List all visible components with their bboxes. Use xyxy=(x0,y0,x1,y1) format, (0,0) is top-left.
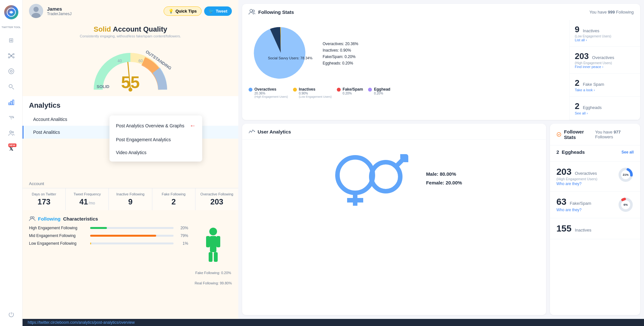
tweet-button[interactable]: 🐦 Tweet xyxy=(204,6,232,16)
sidebar-item-filter[interactable] xyxy=(5,111,18,124)
fsr-link-overactives[interactable]: Who are they? xyxy=(556,182,611,186)
char-bars: High Engagement Following 20% Mid Engage… xyxy=(29,226,188,285)
svg-point-44 xyxy=(252,10,254,12)
quality-subtitle: Consistently engaging, without/less fake… xyxy=(32,34,229,38)
follower-stat-overactives: 203 Overactives (High Engagement Users) … xyxy=(550,162,640,192)
female-label: Female: 20.00% xyxy=(426,180,462,185)
fs-stat-link-overactives[interactable]: Find inner peace › xyxy=(575,65,635,69)
fsr-left-inactives: 155 Inactives xyxy=(556,223,634,234)
svg-point-2 xyxy=(8,54,10,55)
sidebar: TWITTER TOOL ⊞ 𝕏 xyxy=(0,0,23,326)
top-buttons: 💡 Quick Tips 🐦 Tweet xyxy=(164,6,232,16)
char-pct-high: 20% xyxy=(177,226,188,230)
char-bar-bg-mid xyxy=(90,235,174,237)
gender-icons-svg xyxy=(326,146,416,211)
fsr-label-inactives: Inactives xyxy=(575,228,591,232)
fs-stat-link-fake[interactable]: Take a look › xyxy=(575,88,635,92)
sidebar-item-people[interactable] xyxy=(5,127,18,140)
legend-label-inactives: Inactives xyxy=(299,87,332,92)
sidebar-item-analytics[interactable] xyxy=(5,96,18,109)
dropdown-item-video[interactable]: Video Analytics xyxy=(109,146,202,159)
arrow-icon: ← xyxy=(189,122,196,129)
fsr-number-overactives: 203 xyxy=(556,167,572,177)
male-label: Male: 80.00% xyxy=(426,171,462,177)
eggheads-see-all[interactable]: See all xyxy=(621,150,634,154)
quick-tips-button[interactable]: 💡 Quick Tips xyxy=(164,6,202,16)
char-body: High Engagement Following 20% Mid Engage… xyxy=(29,226,232,285)
stat-value-fake: 2 xyxy=(156,197,192,206)
svg-line-13 xyxy=(12,88,14,89)
sidebar-item-circle[interactable] xyxy=(5,65,18,78)
sidebar-item-network[interactable] xyxy=(5,49,18,62)
char-title-following: Following xyxy=(38,216,61,222)
pie-legend-eggheads: Eggheads: 0.20% xyxy=(323,61,358,65)
eggheads-title: 2 Eggheads xyxy=(556,149,585,155)
legend-text-egghead: Egghead 0.20% xyxy=(374,87,390,95)
char-label-mid: Mid Engagement Following xyxy=(29,233,87,238)
sidebar-item-x[interactable]: 𝕏 NEW xyxy=(5,142,18,155)
stats-bar: Account Days on Twitter 173 Tweet Freque… xyxy=(23,177,238,210)
app-label: TWITTER TOOL xyxy=(2,26,21,29)
following-stats-count: You have 999 Following xyxy=(589,10,634,15)
status-bar: https://twitter.circleboom.com/analytics… xyxy=(23,319,644,326)
legend-pct-fake: 0.20% xyxy=(343,92,363,95)
svg-rect-41 xyxy=(209,252,213,262)
analytics-nav: Analytics Account Analitics Post Analiti… xyxy=(23,96,238,139)
svg-rect-38 xyxy=(210,236,216,252)
user-info: James TraderJamesJ xyxy=(47,6,160,16)
stats-bar-title: Account xyxy=(23,177,238,188)
legend-dot-inactives xyxy=(293,88,297,92)
svg-rect-39 xyxy=(206,236,210,247)
analytics-header: Analytics xyxy=(23,96,238,113)
ua-title: User Analytics xyxy=(258,129,291,134)
dropdown-item-engagement[interactable]: Post Engagement Analytics xyxy=(109,133,202,146)
fs-stat-link-inactives[interactable]: List all › xyxy=(575,38,635,42)
sidebar-item-dashboard[interactable]: ⊞ xyxy=(5,34,18,47)
left-topbar: James TraderJamesJ 💡 Quick Tips 🐦 Tweet xyxy=(23,0,238,22)
stat-value-days: 173 xyxy=(26,197,62,206)
status-url: https://twitter.circleboom.com/analytics… xyxy=(28,320,135,325)
stat-value-freq: 41 xyxy=(79,197,88,206)
svg-point-12 xyxy=(9,84,12,88)
fs-stat-sub-overactives: (High Engagement Users) xyxy=(575,61,635,65)
mini-donut-label-overactives: 21% xyxy=(623,173,629,176)
user-analytics-card: User Analytics xyxy=(242,124,546,315)
fs-stat-eggheads: 2 Eggheads See all › xyxy=(570,97,640,120)
char-title-characteristics: Characteristics xyxy=(63,216,98,222)
stat-label-inactive: Inactive Following xyxy=(112,192,148,196)
fsr-label-overactives: Overactives xyxy=(575,171,597,176)
legend-label-egghead: Egghead xyxy=(374,87,390,92)
legend-pct-inactives: 0.90% xyxy=(299,92,332,95)
svg-point-48 xyxy=(371,162,400,191)
stat-days-on-twitter: Days on Twitter 173 xyxy=(23,188,65,210)
legend-inactives: Inactives 0.90% (Low Engagement Users) xyxy=(293,87,332,98)
sidebar-item-power[interactable] xyxy=(5,308,18,321)
sidebar-item-search[interactable] xyxy=(5,80,18,93)
legend-text-overactives: Overactives 20.36% (High Engagement User… xyxy=(254,87,288,98)
legend-text-fake: Fake/Spam 0.20% xyxy=(343,87,363,95)
char-header: Following Characteristics xyxy=(29,215,232,222)
fsr-number-fake: 63 xyxy=(556,197,566,207)
sidebar-bottom xyxy=(5,308,18,321)
stat-tweet-frequency: Tweet Frequency 41 /mo xyxy=(66,188,109,210)
char-bar-fill-high xyxy=(90,227,107,229)
bottom-row: User Analytics xyxy=(238,124,644,319)
dropdown-label-video: Video Analytics xyxy=(116,150,147,155)
pie-chart-area: Social Savvy Users: 78.34% Overactives: … xyxy=(249,24,563,83)
legend-overactives: Overactives 20.36% (High Engagement User… xyxy=(249,87,288,98)
svg-rect-16 xyxy=(13,100,14,105)
fsr-link-fake[interactable]: Who are they? xyxy=(556,208,611,212)
dropdown-item-overview[interactable]: Post Analytics Overview & Graphs ← xyxy=(109,118,202,133)
follower-stats-panel: Follower Stats You have 977 Followers 2 … xyxy=(550,124,640,315)
stat-label-days: Days on Twitter xyxy=(26,192,62,196)
twitter-icon: 🐦 xyxy=(209,9,214,14)
fs-stat-inactives: 9 Inactives (Low Engagement Users) List … xyxy=(570,20,640,47)
fs-stat-link-eggheads[interactable]: See all › xyxy=(575,111,635,115)
gender-labels: Male: 80.00% Female: 20.00% xyxy=(426,171,462,185)
svg-rect-14 xyxy=(9,103,10,105)
follower-stats-icon xyxy=(556,132,562,137)
svg-point-25 xyxy=(33,7,39,12)
stat-label-fake: Fake Following xyxy=(156,192,192,196)
characteristics-section: Following Characteristics High Engagemen… xyxy=(23,210,238,290)
fs-stat-overactives: 203 Overactives (High Engagement Users) … xyxy=(570,47,640,74)
